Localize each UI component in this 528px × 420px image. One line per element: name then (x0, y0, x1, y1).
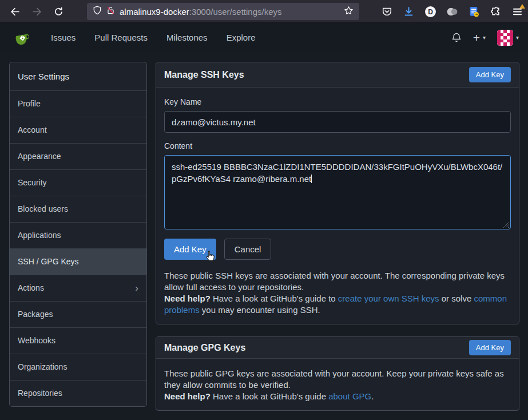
gitea-logo-icon[interactable] (14, 29, 32, 47)
downloads-icon[interactable] (402, 5, 415, 18)
url-bar[interactable]: almalinux9-docker:3000/user/settings/key… (87, 3, 359, 20)
key-content-textarea[interactable]: ssh-ed25519 BBBBC3NzaC1lZDI1NTE5DDDDIDAN… (164, 155, 511, 229)
sidebar-item-packages[interactable]: Packages (10, 301, 146, 327)
gpg-add-key-toggle-button[interactable]: Add Key (469, 340, 511, 355)
gpg-panel-title: Manage GPG Keys (164, 343, 245, 353)
about-gpg-link[interactable]: about GPG (328, 391, 371, 401)
chevron-right-icon: › (135, 283, 138, 293)
url-text: almalinux9-docker:3000/user/settings/key… (120, 7, 282, 17)
sidebar-item-security[interactable]: Security (10, 169, 146, 196)
settings-main: Manage SSH Keys Add Key Key Name Content… (156, 62, 519, 420)
tracking-shield-icon[interactable] (93, 6, 102, 17)
nav-link-explore[interactable]: Explore (227, 33, 256, 42)
sidebar-item-appearance[interactable]: Appearance (10, 143, 146, 169)
create-new-button[interactable]: + ▾ (473, 31, 486, 43)
ssh-panel-body: Key Name Content ssh-ed25519 BBBBC3NzaC1… (156, 88, 519, 324)
manage-ssh-keys-panel: Manage SSH Keys Add Key Key Name Content… (156, 62, 519, 324)
sidebar-item-account[interactable]: Account (10, 117, 146, 143)
manage-gpg-keys-panel: Manage GPG Keys Add Key These public GPG… (156, 336, 519, 411)
pocket-icon[interactable] (380, 5, 393, 18)
svg-text:D: D (428, 7, 433, 15)
insecure-lock-icon[interactable] (106, 6, 115, 17)
ssh-panel-header: Manage SSH Keys Add Key (156, 62, 519, 88)
sidebar-title: User Settings (10, 62, 146, 90)
browser-toolbar: almalinux9-docker:3000/user/settings/key… (0, 0, 528, 23)
sidebar-item-webhooks[interactable]: Webhooks (10, 327, 146, 354)
bookmark-star-icon[interactable] (344, 6, 354, 18)
sidebar-item-blocked-users[interactable]: Blocked users (10, 196, 146, 222)
sidebar-item-ssh-gpg-keys[interactable]: SSH / GPG Keys (10, 248, 146, 275)
caret-down-icon: ▾ (483, 34, 486, 41)
resize-handle[interactable] (503, 221, 509, 228)
app-menu-icon[interactable] (511, 5, 523, 18)
nav-link-issues[interactable]: Issues (51, 33, 76, 42)
ssh-help-text: These public SSH keys are associated wit… (164, 270, 511, 316)
update-badge (519, 4, 525, 9)
cancel-button[interactable]: Cancel (224, 239, 272, 260)
browser-extension-area: D (380, 2, 523, 21)
nav-link-milestones[interactable]: Milestones (166, 33, 208, 42)
sidebar-item-profile[interactable]: Profile (10, 90, 146, 117)
settings-sidebar: User Settings Profile Account Appearance… (9, 62, 147, 407)
key-content-line2: pGzPv6fKYaS4 rzamo@ribera.m.net (172, 174, 311, 184)
text-caret (311, 175, 312, 183)
navbar-right: + ▾ ▾ (451, 30, 519, 46)
plus-icon: + (473, 31, 480, 43)
avatar (497, 30, 513, 46)
ssh-add-key-toggle-button[interactable]: Add Key (469, 67, 511, 82)
gpg-panel-header: Manage GPG Keys Add Key (156, 337, 519, 359)
key-name-label: Key Name (164, 97, 511, 106)
caret-down-icon: ▾ (516, 34, 519, 41)
sidebar-item-applications[interactable]: Applications (10, 222, 146, 248)
create-ssh-keys-link[interactable]: create your own SSH keys (338, 294, 439, 303)
key-content-line1: ssh-ed25519 BBBBC3NzaC1lZDI1NTE5DDDDIDAN… (172, 161, 503, 173)
browser-nav-buttons (6, 2, 68, 21)
gray-extension-icon[interactable] (446, 5, 458, 18)
settings-page: User Settings Profile Account Appearance… (0, 52, 528, 420)
reader-document-icon[interactable] (467, 5, 480, 18)
sidebar-item-repositories[interactable]: Repositories (10, 380, 146, 406)
gitea-navbar: Issues Pull Requests Milestones Explore … (0, 23, 528, 52)
gpg-help-text: These public GPG keys are associated wit… (164, 368, 511, 402)
content-label: Content (164, 141, 511, 150)
user-menu-button[interactable]: ▾ (497, 30, 519, 46)
add-key-submit-button[interactable]: Add Key (164, 239, 216, 260)
gpg-panel-body: These public GPG keys are associated wit… (156, 359, 519, 410)
notifications-bell-icon[interactable] (451, 32, 462, 43)
form-buttons: Add Key Cancel (164, 239, 511, 260)
sidebar-item-organizations[interactable]: Organizations (10, 354, 146, 380)
puzzle-extensions-icon[interactable] (489, 5, 502, 18)
key-name-input[interactable] (164, 111, 511, 133)
sidebar-item-actions[interactable]: Actions› (10, 275, 146, 301)
forward-icon[interactable] (27, 2, 46, 21)
ssh-panel-title: Manage SSH Keys (164, 70, 244, 80)
nav-link-pull-requests[interactable]: Pull Requests (94, 33, 148, 42)
duckduckgo-extension-icon[interactable]: D (424, 5, 436, 18)
back-icon[interactable] (6, 2, 24, 21)
reload-icon[interactable] (49, 2, 68, 21)
